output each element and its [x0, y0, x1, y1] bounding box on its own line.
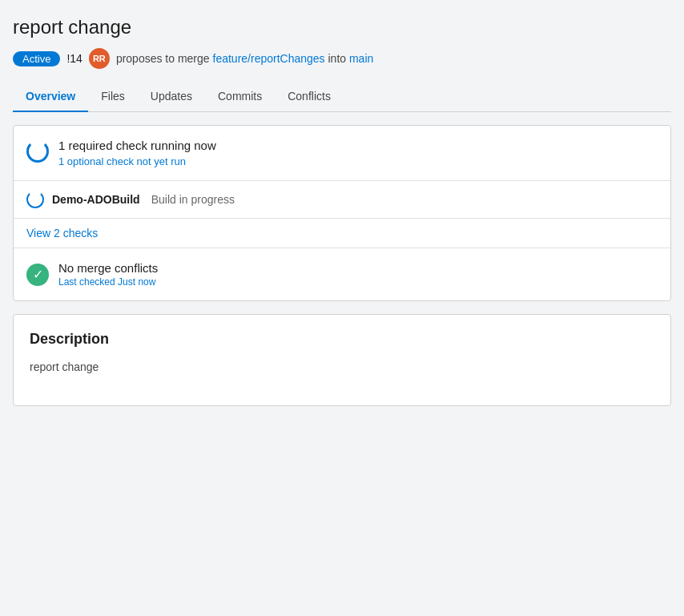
tab-commits[interactable]: Commits	[205, 82, 275, 112]
check-summary-text: 1 required check running now 1 optional …	[58, 139, 216, 167]
target-branch-link[interactable]: main	[349, 52, 373, 65]
check-summary: 1 required check running now 1 optional …	[14, 126, 670, 180]
running-icon	[26, 140, 49, 163]
tab-overview[interactable]: Overview	[13, 82, 88, 112]
last-checked: Last checked Just now	[58, 276, 158, 288]
view-checks-link[interactable]: View 2 checks	[14, 218, 670, 248]
avatar: RR	[89, 48, 110, 69]
pr-id: !14	[66, 52, 82, 65]
description-card: Description report change	[13, 314, 671, 406]
description-body: report change	[30, 360, 654, 373]
status-badge: Active	[13, 51, 60, 66]
no-conflicts-section: ✓ No merge conflicts Last checked Just n…	[14, 248, 670, 300]
check-summary-title: 1 required check running now	[58, 139, 216, 152]
source-branch-link[interactable]: feature/reportChanges	[213, 52, 325, 65]
check-item: Demo-ADOBuild Build in progress	[14, 181, 670, 218]
tab-files[interactable]: Files	[88, 82, 138, 112]
build-running-icon	[26, 191, 44, 208]
build-name: Demo-ADOBuild	[52, 193, 140, 206]
page-title: report change	[13, 16, 671, 38]
tab-updates[interactable]: Updates	[138, 82, 205, 112]
check-summary-subtitle: 1 optional check not yet run	[58, 155, 216, 167]
description-title: Description	[30, 331, 654, 348]
tabs-bar: Overview Files Updates Commits Conflicts	[13, 82, 671, 112]
tab-conflicts[interactable]: Conflicts	[275, 82, 344, 112]
pr-merge-description: proposes to merge feature/reportChanges …	[116, 52, 373, 65]
checks-card: 1 required check running now 1 optional …	[13, 125, 671, 301]
build-status: Build in progress	[151, 193, 235, 206]
no-conflicts-title: No merge conflicts	[58, 261, 158, 275]
success-icon: ✓	[26, 264, 49, 286]
no-conflicts-text: No merge conflicts Last checked Just now	[58, 261, 158, 288]
pr-meta: Active !14 RR proposes to merge feature/…	[13, 48, 671, 69]
